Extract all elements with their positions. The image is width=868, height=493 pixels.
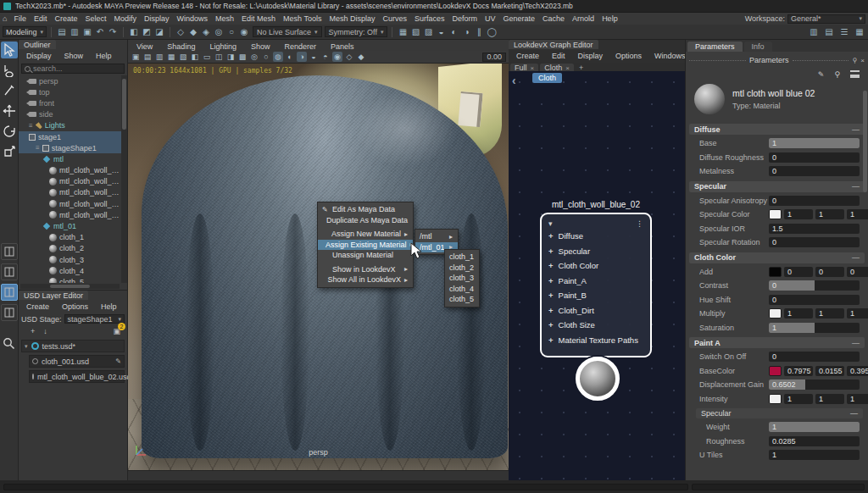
color-swatch[interactable] (769, 366, 782, 376)
viewport-menu-view[interactable]: View (133, 42, 156, 49)
node-port-cloth-size[interactable]: +Cloth Size (548, 318, 643, 333)
undo-icon[interactable]: ↶ (94, 26, 106, 38)
compound-breadcrumb-chip[interactable]: Cloth (532, 73, 562, 83)
select-by-hierarchy-icon[interactable]: ◧ (128, 26, 140, 38)
film-gate-icon[interactable]: ▭ (202, 52, 212, 62)
safe-action-icon[interactable]: ◎ (249, 52, 259, 62)
outliner-menu-display[interactable]: Display (23, 51, 55, 61)
value-field[interactable]: 1.5 (769, 224, 860, 234)
all-lights-icon[interactable]: ◑ (297, 52, 307, 62)
main-menu-modify[interactable]: Modify (111, 14, 141, 24)
layout-split-pane[interactable] (1, 304, 18, 321)
node-port-cloth-dirt[interactable]: +Cloth_Dirt (548, 303, 643, 319)
value-field[interactable]: 0.3955 (847, 366, 868, 376)
main-menu-arnold[interactable]: Arnold (569, 14, 598, 24)
outliner-item-persp[interactable]: persp (19, 75, 121, 86)
value-field[interactable]: 0 (769, 295, 860, 305)
main-menu-mesh-tools[interactable]: Mesh Tools (280, 14, 325, 24)
outliner-menu-show[interactable]: Show (61, 51, 87, 61)
hud-toggle-icon[interactable]: ◍ (273, 52, 283, 62)
snap-projected-center-icon[interactable]: ◎ (213, 26, 225, 38)
parameters-collapse-strip[interactable]: Parameters ⚲ × (686, 55, 868, 65)
color-swatch[interactable] (769, 267, 782, 277)
value-field[interactable]: 1 (784, 209, 813, 219)
snap-view-plane-icon[interactable]: ○ (225, 26, 237, 38)
usd-menu-help[interactable]: Help (97, 302, 120, 312)
outliner-item-stageshape1[interactable]: ≡stageShape1 (19, 142, 121, 153)
viewport-menu-show[interactable]: Show (248, 42, 274, 49)
main-menu-mesh-display[interactable]: Mesh Display (326, 14, 378, 24)
save-all-layers-icon[interactable]: ▣ 2 (113, 327, 120, 335)
gate-mask-icon[interactable]: ◨ (225, 52, 236, 62)
node-collapse-icon[interactable]: ▾ (548, 219, 553, 228)
ipr-render-icon[interactable]: ▧ (409, 26, 421, 38)
outliner-item-mtl[interactable]: mtl (19, 153, 121, 164)
submenu-item-cloth-1[interactable]: cloth_1 (445, 252, 479, 263)
viewport-menu-shading[interactable]: Shading (164, 42, 198, 49)
main-menu-edit[interactable]: Edit (31, 14, 51, 24)
symmetry-dropdown[interactable]: Symmetry: Off ▾ (325, 26, 388, 37)
attr-tab-parameters[interactable]: Parameters (687, 42, 743, 52)
node-port-material-texture-paths[interactable]: +Material Texture Paths (548, 333, 643, 348)
usd-stage-dropdown[interactable]: stageShape1 ▾ (64, 314, 125, 324)
viewport-menu-panels[interactable]: Panels (327, 42, 358, 49)
select-by-object-icon[interactable]: ◩ (141, 26, 153, 38)
outliner-search-input[interactable]: search... (21, 64, 125, 74)
lookdevx-menu-windows[interactable]: Windows (651, 51, 689, 61)
node-kebab-icon[interactable]: ⋮ (636, 219, 643, 228)
color-swatch[interactable] (769, 394, 782, 404)
context-item-duplicate-as-maya-data[interactable]: Duplicate As Maya Data (318, 215, 413, 226)
snap-to-curve-icon[interactable]: ◆ (187, 26, 199, 38)
arnold-renderview-icon[interactable]: ◯ (486, 26, 498, 38)
outliner-item-mtl-cloth-woll-blue-2[interactable]: mtl_cloth_woll_blue_2 (19, 176, 121, 187)
usd-sublayer-row-cloth-001-usd[interactable]: cloth_001.usd✎ (29, 355, 125, 368)
exposure-field[interactable]: 0.00 (482, 53, 506, 62)
main-menu-generate[interactable]: Generate (500, 14, 539, 24)
attribute-editor-toggle-icon[interactable]: ▤ (823, 26, 835, 38)
color-swatch[interactable] (769, 209, 782, 219)
outliner-vertical-scrollbar[interactable] (121, 75, 127, 283)
value-field[interactable]: 1 (769, 422, 860, 432)
main-menu-create[interactable]: Create (51, 14, 81, 24)
value-field[interactable]: 0 (769, 237, 860, 247)
select-camera-icon[interactable]: ▣ (131, 52, 141, 62)
add-sublayer-icon[interactable]: + (31, 327, 35, 335)
lookdevx-icon[interactable]: ◐ (448, 26, 459, 38)
main-menu-deform[interactable]: Deform (449, 14, 481, 24)
pause-icon[interactable]: ∥ (473, 26, 485, 38)
outliner-item-cloth-4[interactable]: cloth_4 (19, 265, 121, 276)
context-item-assign-new-material[interactable]: Assign New Material▸ (318, 229, 413, 240)
value-field[interactable]: 1 (815, 394, 844, 404)
outliner-title[interactable]: Outliner (19, 40, 56, 49)
make-live-icon[interactable]: ◉ (238, 26, 250, 38)
outliner-item-mtl-cloth-woll-blue-1[interactable]: mtl_cloth_woll_blue_1 (19, 165, 121, 176)
context-item-unassign-material[interactable]: Unassign Material (318, 250, 413, 261)
collapse-icon[interactable]: — (852, 125, 860, 134)
collapse-icon[interactable]: — (852, 182, 860, 191)
outliner-item-front[interactable]: front (19, 97, 121, 108)
value-field[interactable]: 0.0285 (769, 436, 860, 446)
value-field[interactable]: 0.0155 (815, 366, 844, 376)
value-field[interactable]: 1 (815, 308, 844, 319)
material-node-card[interactable]: ▾ ⋮ +Diffuse+Specular+Cloth Color+Paint_… (540, 213, 652, 357)
outliner-item-lights[interactable]: ≡Lights (19, 120, 121, 131)
subsection-header-specular[interactable]: Specular— (696, 408, 863, 418)
viewport-menu-renderer[interactable]: Renderer (281, 42, 320, 49)
outliner-item-stage1[interactable]: stage1 (19, 131, 121, 142)
shadows-icon[interactable]: ◒ (309, 52, 319, 62)
layout-persp-outliner[interactable] (1, 284, 18, 301)
close-icon[interactable]: × (860, 57, 865, 64)
outliner-item-mtl-cloth-woll-blue-3[interactable]: mtl_cloth_woll_blue_3 (19, 187, 121, 198)
main-menu-cache[interactable]: Cache (539, 14, 568, 24)
new-scene-icon[interactable]: ▤ (56, 26, 68, 38)
rotate-tool[interactable] (1, 123, 18, 140)
safe-title-icon[interactable]: ○ (261, 52, 271, 62)
main-menu-mesh[interactable]: Mesh (212, 14, 237, 24)
outliner-item-cloth-3[interactable]: cloth_3 (19, 254, 121, 265)
color-swatch[interactable] (769, 308, 782, 319)
panel-menu-icon[interactable] (850, 70, 860, 78)
collapse-icon[interactable]: — (852, 339, 860, 347)
value-field[interactable]: 1 (784, 308, 813, 319)
open-scene-icon[interactable]: ▥ (69, 26, 81, 38)
value-field[interactable]: 0 (769, 152, 860, 163)
